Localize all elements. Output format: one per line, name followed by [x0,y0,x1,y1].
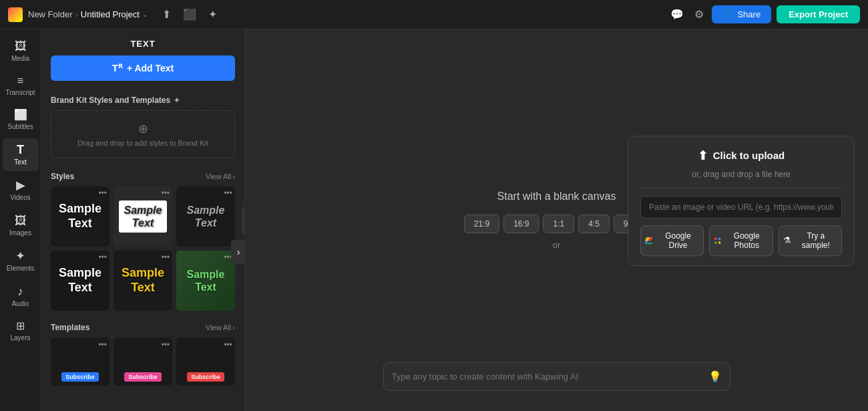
sidebar-item-transcript[interactable]: ≡ Transcript [3,70,39,102]
ai-input-area: 💡 [383,362,730,391]
style-card-5[interactable]: ••• SampleText [114,251,172,311]
more-icon[interactable]: ••• [161,189,170,197]
templates-label: Templates [51,323,89,332]
google-photos-button[interactable]: Google Photos [709,225,773,256]
images-icon: 🖼 [15,215,27,227]
template-card-1[interactable]: ••• Subscribe [51,337,110,386]
style-card-6[interactable]: ••• SampleText [176,251,235,311]
style-card-2[interactable]: ••• SampleText [114,186,172,247]
style-preview-6: SampleText [187,268,225,293]
export-button[interactable]: Export Project [777,5,860,23]
ratio-21-9[interactable]: 21:9 [464,215,499,233]
more-icon[interactable]: ••• [98,340,107,350]
brand-kit-hint: Drag and drop to add styles to Brand Kit [77,139,208,147]
main-layout: 🖼 Media ≡ Transcript ⬜ Subtitles T Text … [0,29,868,411]
more-icon[interactable]: ••• [161,340,170,350]
ai-prompt-input[interactable] [392,363,703,390]
share-icon: 👤 [722,9,733,19]
style-card-3[interactable]: ••• SampleText [176,186,235,247]
template-badge-1: Subscribe [61,372,99,382]
styles-grid-container: ••• SampleText ••• SampleText ••• Sample… [41,186,244,317]
style-card-1[interactable]: ••• SampleText [51,186,110,247]
sidebar-item-subtitles-label: Subtitles [7,123,33,130]
templates-grid: ••• Subscribe ••• Subscribe ••• Subscrib… [41,337,244,392]
styles-view-all[interactable]: View All › [206,172,235,180]
more-icon[interactable]: ••• [161,253,170,261]
styles-label: Styles [51,172,74,181]
svg-point-3 [718,241,721,244]
styles-next-button[interactable]: › [231,240,245,264]
more-icon[interactable]: ••• [98,253,107,261]
sidebar-item-text[interactable]: T Text [3,138,39,171]
sidebar-item-elements[interactable]: ✦ Elements [3,245,39,277]
videos-icon: ▶ [16,179,25,191]
history-icon[interactable]: ⬛ [180,5,199,23]
template-card-2[interactable]: ••• Subscribe [114,337,172,386]
templates-view-all-label: View All [206,323,231,331]
share-project-icon[interactable]: ⬆ [160,5,174,23]
breadcrumb-folder: New Folder [28,9,72,19]
icon-sidebar: 🖼 Media ≡ Transcript ⬜ Subtitles T Text … [0,29,41,411]
style-card-4[interactable]: ••• SampleText [51,251,110,311]
settings-icon[interactable]: ✦ [206,5,220,23]
move-icon: ⊕ [138,122,148,136]
sidebar-item-transcript-label: Transcript [5,89,35,96]
comments-icon[interactable]: 💬 [668,5,686,23]
ratio-4-5[interactable]: 4:5 [578,215,610,233]
chevron-right-icon: › [232,323,235,331]
add-text-button[interactable]: Tᴿ + Add Text [51,55,235,81]
more-icon[interactable]: ••• [224,189,232,197]
google-drive-icon [645,236,654,245]
share-button[interactable]: 👤 Share [712,5,771,23]
sidebar-item-subtitles[interactable]: ⬜ Subtitles [3,104,39,136]
upload-click-area[interactable]: ⬆ Click to upload [640,148,842,163]
sidebar-item-layers[interactable]: ⊞ Layers [3,315,39,347]
breadcrumb-project: Untitled Project [81,9,140,19]
sidebar-item-images[interactable]: 🖼 Images [3,209,39,242]
elements-icon: ✦ [15,250,25,262]
text-panel: TEXT Tᴿ + Add Text Brand Kit Styles and … [41,29,245,411]
more-icon[interactable]: ••• [98,189,107,197]
ratio-buttons: 21:9 16:9 1:1 4:5 9:16 [464,215,649,233]
sidebar-item-videos[interactable]: ▶ Videos [3,174,39,207]
brand-kit-area[interactable]: ⊕ Drag and drop to add styles to Brand K… [51,110,235,158]
svg-point-2 [714,241,717,244]
topbar-right: 💬 ⚙ 👤 Share Export Project [668,5,860,23]
breadcrumb: New Folder › Untitled Project ⌄ [28,9,148,19]
style-preview-5: SampleText [122,266,164,295]
upload-panel: ⬆ Click to upload or, drag and drop a fi… [628,136,855,266]
ai-lightbulb-icon[interactable]: 💡 [708,370,722,383]
sidebar-item-text-label: Text [14,158,26,166]
google-photos-icon [714,236,721,245]
sidebar-item-audio[interactable]: ♪ Audio [3,280,39,313]
templates-section-header: Templates View All › [41,317,244,337]
upload-icon: ⬆ [698,148,708,163]
templates-view-all[interactable]: View All › [206,323,235,331]
url-input[interactable] [640,196,842,219]
blank-canvas-hint: Start with a blank canvas [497,190,616,202]
sidebar-item-audio-label: Audio [12,300,29,307]
layers-icon: ⊞ [16,321,25,331]
sidebar-item-media[interactable]: 🖼 Media [3,35,39,67]
upload-drag-label: or, drag and drop a file here [640,170,842,179]
try-sample-button[interactable]: ⚗ Try a sample! [779,225,842,256]
view-all-label: View All [206,172,231,180]
style-preview-3: SampleText [187,204,225,229]
try-sample-label: Try a sample! [795,231,837,250]
google-drive-button[interactable]: Google Drive [640,225,704,256]
ratio-1-1[interactable]: 1:1 [543,215,574,233]
divider [640,187,842,188]
gear-icon[interactable]: ⚙ [692,5,706,23]
topbar-left: New Folder › Untitled Project ⌄ ⬆ ⬛ ✦ [8,5,220,23]
google-photos-label: Google Photos [725,231,769,250]
ratio-16-9[interactable]: 16:9 [503,215,539,233]
more-icon[interactable]: ••• [224,340,232,350]
sidebar-item-media-label: Media [11,55,29,62]
sidebar-item-layers-label: Layers [10,334,30,341]
breadcrumb-sep: › [75,9,77,19]
template-card-3[interactable]: ••• Subscribe [176,337,235,386]
style-preview-1: SampleText [59,202,101,231]
upload-click-label: Click to upload [713,150,785,161]
google-drive-label: Google Drive [657,231,700,250]
chevron-down-icon[interactable]: ⌄ [142,11,148,18]
